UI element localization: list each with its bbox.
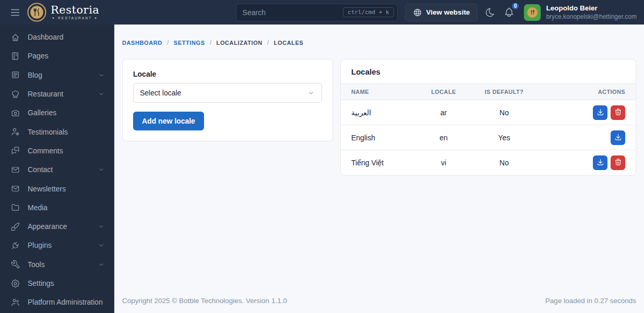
breadcrumb-separator: / xyxy=(267,39,269,46)
sidebar-item-comments[interactable]: Comments xyxy=(0,141,114,160)
chef-hat-icon xyxy=(10,89,21,99)
settings-icon xyxy=(10,279,21,288)
table-row: Tiếng ViệtviNo xyxy=(341,150,636,175)
delete-locale-button[interactable] xyxy=(611,155,625,170)
chevron-down-icon xyxy=(98,223,105,230)
sidebar-item-media[interactable]: Media xyxy=(0,198,114,217)
avatar xyxy=(524,4,541,21)
chevron-down-icon xyxy=(98,242,105,249)
users-icon xyxy=(10,297,21,307)
sidebar-item-dashboard[interactable]: Dashboard xyxy=(0,28,114,46)
tool-icon xyxy=(10,259,21,269)
download-icon xyxy=(597,158,604,167)
download-locale-button[interactable] xyxy=(593,105,607,120)
menu-toggle-button[interactable] xyxy=(7,5,23,20)
add-locale-card: Locale Select locale Add new locale xyxy=(122,59,333,141)
camera-icon xyxy=(10,108,21,118)
cell-locale: en xyxy=(414,125,473,150)
chevron-down-icon xyxy=(98,90,105,98)
column-header-is-default: IS DEFAULT? xyxy=(473,84,535,100)
download-icon xyxy=(597,108,604,117)
notifications-button[interactable]: 0 xyxy=(503,6,516,19)
brand-logo[interactable]: Restoria ✦ RESTAURANT ✦ xyxy=(27,3,99,22)
breadcrumb: DASHBOARD/SETTINGS/LOCALIZATION/LOCALES xyxy=(122,39,636,46)
folder-icon xyxy=(10,202,21,212)
messages-icon xyxy=(10,146,21,155)
brand-text: Restoria ✦ RESTAURANT ✦ xyxy=(51,5,99,20)
cell-actions xyxy=(535,100,636,125)
locale-select[interactable]: Select locale xyxy=(133,83,322,103)
cell-locale: ar xyxy=(414,100,473,125)
breadcrumb-item-settings[interactable]: SETTINGS xyxy=(174,40,205,46)
cell-locale: vi xyxy=(414,150,473,175)
locales-card-title: Locales xyxy=(341,59,636,84)
search-input[interactable]: Search ctrl/cmd + k xyxy=(236,4,398,21)
user-star-icon xyxy=(10,127,21,137)
sidebar-item-tools[interactable]: Tools xyxy=(0,255,114,274)
sidebar-item-pages[interactable]: Pages xyxy=(0,46,114,65)
sidebar-item-restaurant[interactable]: Restaurant xyxy=(0,85,114,103)
sidebar-item-testimonials[interactable]: Testimonials xyxy=(0,122,114,141)
search-shortcut-kbd: ctrl/cmd + k xyxy=(343,7,393,17)
notebook-icon xyxy=(10,51,21,61)
locale-field-label: Locale xyxy=(133,70,322,78)
cell-is-default: No xyxy=(473,100,535,125)
view-website-label: View website xyxy=(426,8,470,16)
column-header-actions: ACTIONS xyxy=(535,84,636,100)
brand-name: Restoria xyxy=(51,5,99,16)
locale-select-value: Select locale xyxy=(140,89,181,97)
cell-name: Tiếng Việt xyxy=(341,150,414,175)
locales-table: NAME LOCALE IS DEFAULT? ACTIONS العربيةa… xyxy=(341,84,636,175)
breadcrumb-item-dashboard[interactable]: DASHBOARD xyxy=(122,40,162,46)
user-email: bryce.konopelski@hettinger.com xyxy=(546,13,637,20)
sidebar-item-contact[interactable]: Contact xyxy=(0,160,114,179)
delete-locale-button[interactable] xyxy=(611,105,625,120)
locales-table-body: العربيةarNoEnglishenYesTiếng ViệtviNo xyxy=(341,100,636,175)
sidebar-item-plugins[interactable]: Plugins xyxy=(0,236,114,255)
copyright-text: Copyright 2025 © Botble Technologies. Ve… xyxy=(122,297,287,305)
table-row: العربيةarNo xyxy=(341,100,636,125)
topbar: Restoria ✦ RESTAURANT ✦ Search ctrl/cmd … xyxy=(0,0,644,25)
sidebar-item-settings[interactable]: Settings xyxy=(0,274,114,293)
view-website-button[interactable]: View website xyxy=(405,4,478,21)
cell-name: English xyxy=(341,125,414,150)
sidebar-item-blog[interactable]: Blog xyxy=(0,66,114,85)
utensils-icon xyxy=(27,3,46,22)
search-placeholder: Search xyxy=(243,8,339,17)
page-load-time: Page loaded in 0.27 seconds xyxy=(545,297,636,305)
download-icon xyxy=(614,133,622,142)
cell-is-default: No xyxy=(473,150,535,175)
plug-icon xyxy=(10,240,21,250)
article-icon xyxy=(10,70,21,80)
user-info: Leopoldo Beier bryce.konopelski@hettinge… xyxy=(546,4,637,20)
locales-card: Locales NAME LOCALE IS DEFAULT? ACTIONS … xyxy=(340,59,636,176)
chevron-down-icon xyxy=(98,261,105,268)
brand-tagline: ✦ RESTAURANT ✦ xyxy=(52,17,98,20)
breadcrumb-item-localization: LOCALIZATION xyxy=(217,40,263,46)
notification-badge: 0 xyxy=(511,2,520,10)
dark-mode-toggle[interactable] xyxy=(484,6,496,19)
sidebar-item-platform-administration[interactable]: Platform Administration xyxy=(0,293,114,311)
breadcrumb-separator: / xyxy=(167,39,169,46)
add-new-locale-button[interactable]: Add new locale xyxy=(133,112,204,130)
globe-icon xyxy=(413,8,422,17)
chevron-down-icon xyxy=(98,166,105,173)
column-header-locale: LOCALE xyxy=(414,84,473,100)
sidebar-item-newsletters[interactable]: Newsletters xyxy=(0,179,114,198)
column-header-name: NAME xyxy=(341,84,414,100)
brush-icon xyxy=(10,222,21,232)
menu-icon xyxy=(9,7,21,18)
download-locale-button[interactable] xyxy=(593,155,607,170)
cell-actions xyxy=(535,150,636,175)
user-name: Leopoldo Beier xyxy=(546,4,637,13)
main-content: DASHBOARD/SETTINGS/LOCALIZATION/LOCALES … xyxy=(114,25,644,313)
user-menu[interactable]: Leopoldo Beier bryce.konopelski@hettinge… xyxy=(524,4,637,21)
sidebar-item-appearance[interactable]: Appearance xyxy=(0,217,114,236)
chevron-down-icon xyxy=(98,71,105,79)
download-locale-button[interactable] xyxy=(611,130,625,145)
cell-actions xyxy=(535,125,636,150)
cards-row: Locale Select locale Add new locale Loca… xyxy=(122,59,636,176)
table-row: EnglishenYes xyxy=(341,125,636,150)
cell-is-default: Yes xyxy=(473,125,535,150)
sidebar-item-galleries[interactable]: Galleries xyxy=(0,103,114,122)
